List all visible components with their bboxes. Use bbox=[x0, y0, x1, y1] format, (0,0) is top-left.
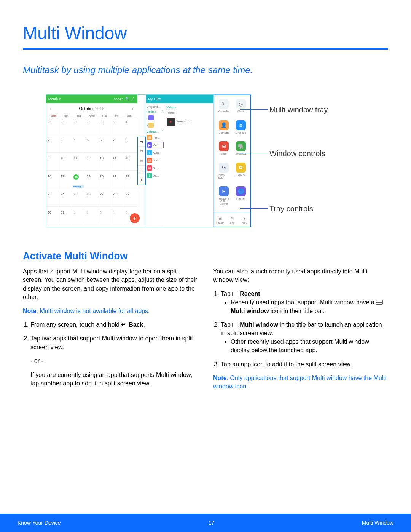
cal-cell[interactable]: 9 bbox=[46, 155, 59, 171]
prev-month-button[interactable]: ‹ bbox=[50, 106, 51, 111]
meeting-tag[interactable]: Meeting bbox=[73, 185, 84, 188]
folders-heading[interactable]: Folders bbox=[147, 110, 156, 113]
video-thumb-icon[interactable] bbox=[167, 118, 175, 126]
tray-app-gallery[interactable]: ✿Gallery bbox=[234, 163, 249, 184]
cal-cell[interactable]: 23 bbox=[46, 191, 59, 207]
cal-cell[interactable]: 12 bbox=[85, 155, 98, 171]
category-row[interactable]: ▤Do… bbox=[147, 165, 163, 171]
categories-heading[interactable]: Categor… bbox=[147, 130, 159, 133]
search-icon[interactable]: 🔍 bbox=[125, 97, 129, 101]
calendar-view-label[interactable]: Month bbox=[48, 97, 58, 101]
cal-cell[interactable]: 25 bbox=[46, 118, 59, 134]
cal-cell[interactable]: 20 bbox=[98, 173, 111, 189]
cal-cell[interactable]: 6 bbox=[98, 137, 111, 153]
myfiles-sidebar: Drag and… Folders˄ › › Categor…˄ ▦Ima… ▶… bbox=[146, 103, 164, 227]
cal-cell[interactable]: 24 bbox=[59, 191, 72, 207]
control-label: Help bbox=[242, 221, 247, 224]
cal-cell[interactable]: 28 bbox=[85, 118, 98, 134]
swap-icon[interactable]: ⇆ bbox=[138, 137, 145, 147]
tray-label: Galaxy Apps bbox=[217, 174, 231, 179]
month-name: October bbox=[79, 106, 94, 111]
cal-cell[interactable]: 29 bbox=[124, 191, 137, 207]
chevron-up-icon[interactable]: ˄ bbox=[162, 110, 163, 113]
tray-label: Dropbox bbox=[236, 131, 246, 134]
category-row[interactable]: ▤Doc… bbox=[147, 158, 163, 163]
window-controls: ⇆ ⧉ ▭ ⛶ ✕ bbox=[137, 137, 146, 185]
cal-cell[interactable]: 3 bbox=[98, 209, 111, 225]
next-month-button[interactable]: › bbox=[132, 106, 134, 111]
tray-app-evernote[interactable]: 🐘Evernote bbox=[234, 141, 249, 160]
r-step-2-bullet: Other recently used apps that support Mu… bbox=[231, 338, 388, 355]
tray-edit-button[interactable]: ✎Edit bbox=[226, 213, 239, 227]
category-row[interactable]: ♪Audio bbox=[147, 150, 163, 155]
chevron-down-icon[interactable]: ▾ bbox=[59, 97, 61, 101]
cal-cell[interactable]: 26 bbox=[59, 118, 72, 134]
cal-cell[interactable]: 16 bbox=[46, 173, 59, 189]
cal-cell[interactable]: 17 bbox=[59, 173, 72, 189]
back-icon bbox=[121, 322, 128, 327]
edit-icon: ✎ bbox=[231, 216, 234, 221]
maximize-icon[interactable]: ⛶ bbox=[138, 166, 145, 175]
chevron-up-icon[interactable]: ˄ bbox=[162, 130, 163, 133]
folder-row[interactable]: › bbox=[147, 123, 163, 128]
add-event-button[interactable]: + bbox=[130, 213, 140, 223]
cal-cell[interactable]: 15 bbox=[124, 155, 137, 171]
cal-cell[interactable]: 2 bbox=[46, 137, 59, 153]
cal-cell[interactable]: 22 bbox=[124, 173, 137, 189]
close-icon[interactable]: ✕ bbox=[138, 175, 145, 185]
cal-cell[interactable]: 2 bbox=[85, 209, 98, 225]
cal-cell[interactable]: 25 bbox=[72, 191, 85, 207]
contacts-icon: 👤 bbox=[219, 120, 229, 130]
videos-link[interactable]: Videos bbox=[167, 105, 211, 109]
cal-cell[interactable]: 30 bbox=[111, 118, 124, 134]
cal-cell[interactable]: 14 bbox=[111, 155, 124, 171]
cal-cell[interactable]: 7 bbox=[111, 137, 124, 153]
cal-cell[interactable]: 4 bbox=[72, 137, 85, 153]
drag-icon[interactable]: ⧉ bbox=[138, 147, 145, 156]
more-icon[interactable]: ⋮ bbox=[132, 97, 135, 101]
device-screenshot: Month ▾ TODAY 🔍 ⋮ ‹ October 2016 › bbox=[46, 94, 251, 227]
tray-create-button[interactable]: ⊞Create bbox=[214, 213, 226, 227]
cal-cell[interactable]: 11 bbox=[72, 155, 85, 171]
category-row[interactable]: ⭳Do… bbox=[147, 173, 163, 178]
cal-cell[interactable]: 13 bbox=[98, 155, 111, 171]
cal-cell-today[interactable]: 18Meeting bbox=[72, 173, 85, 189]
tray-app-contacts[interactable]: 👤Contacts bbox=[217, 120, 231, 139]
tray-help-button[interactable]: ?Help bbox=[238, 213, 250, 227]
file-name[interactable]: Wonder c bbox=[177, 120, 190, 123]
cal-cell[interactable]: 27 bbox=[98, 191, 111, 207]
cal-cell[interactable]: 5 bbox=[85, 137, 98, 153]
cal-cell[interactable]: 31 bbox=[59, 209, 72, 225]
tray-app-hancom[interactable]: HHancom Office Viewer bbox=[217, 186, 231, 211]
cal-cell[interactable]: 1 bbox=[72, 209, 85, 225]
tray-app-galaxyapps[interactable]: GGalaxy Apps bbox=[217, 163, 231, 184]
today-button[interactable]: TODAY bbox=[114, 98, 123, 101]
tray-app-calendar[interactable]: 31Calendar bbox=[217, 99, 231, 118]
cal-cell[interactable]: 21 bbox=[111, 173, 124, 189]
cal-cell[interactable]: 30 bbox=[46, 209, 59, 225]
category-row[interactable]: ▶Vid… bbox=[147, 142, 163, 148]
cal-cell[interactable]: 8 bbox=[124, 137, 137, 153]
tray-app-dropbox[interactable]: ⧈Dropbox bbox=[234, 120, 249, 139]
minimize-icon[interactable]: ▭ bbox=[138, 156, 145, 166]
folder-row[interactable]: › bbox=[147, 115, 163, 120]
tray-label: Gallery bbox=[237, 174, 245, 176]
cal-cell[interactable]: 4 bbox=[111, 209, 124, 225]
cal-cell[interactable]: 10 bbox=[59, 155, 72, 171]
note-left: Note: Multi window is not available for … bbox=[23, 307, 198, 315]
category-row[interactable]: ▦Ima… bbox=[147, 135, 163, 140]
cal-cell[interactable]: 1 bbox=[124, 118, 137, 134]
cal-cell[interactable]: 26 bbox=[85, 191, 98, 207]
cal-cell[interactable]: 28 bbox=[111, 191, 124, 207]
dow-tue: Tue bbox=[73, 114, 85, 117]
tray-label: Email bbox=[220, 152, 227, 155]
cal-cell[interactable]: 3 bbox=[59, 137, 72, 153]
cal-cell[interactable]: 29 bbox=[98, 118, 111, 134]
tray-app-email[interactable]: ✉Email bbox=[217, 141, 231, 160]
step-bold: Recent bbox=[240, 291, 260, 297]
cal-cell[interactable]: 27 bbox=[72, 118, 85, 134]
tray-app-clock[interactable]: ◷Clock bbox=[234, 99, 249, 118]
note-text: : Only applications that support Multi w… bbox=[213, 375, 386, 390]
cal-cell[interactable]: 19 bbox=[85, 173, 98, 189]
tray-app-internet[interactable]: 🌐Internet bbox=[234, 186, 249, 211]
